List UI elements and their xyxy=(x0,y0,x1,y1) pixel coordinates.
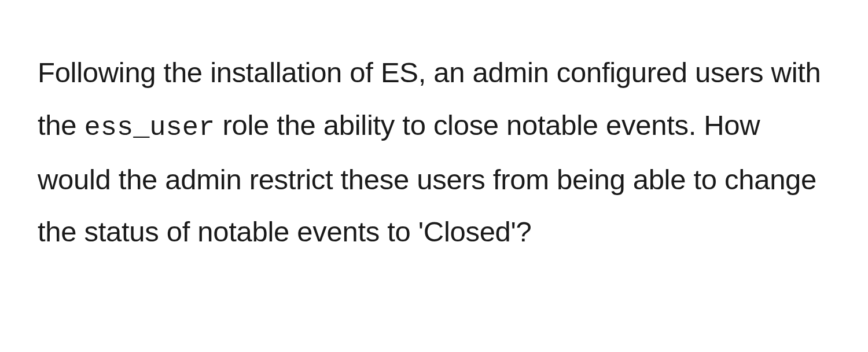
question-code: ess_user xyxy=(84,112,215,143)
question-text: Following the installation of ES, an adm… xyxy=(38,46,830,258)
